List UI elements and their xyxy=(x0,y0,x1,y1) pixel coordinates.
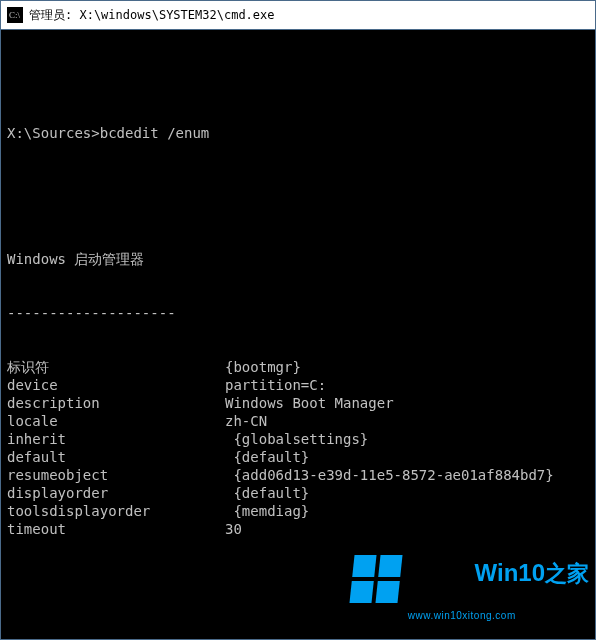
kv-row: resumeobject {add06d13-e39d-11e5-8572-ae… xyxy=(7,466,589,484)
watermark-url: www.win10xitong.com xyxy=(408,611,589,621)
kv-value: partition=C: xyxy=(225,376,326,394)
terminal-output[interactable]: X:\Sources>bcdedit /enum Windows 启动管理器 -… xyxy=(1,30,595,639)
kv-value: 30 xyxy=(225,520,242,538)
watermark-brand-en: Win10 xyxy=(475,559,545,586)
prompt-line: X:\Sources>bcdedit /enum xyxy=(7,124,589,142)
section-divider: -------------------- xyxy=(7,304,589,322)
kv-key: inherit xyxy=(7,430,225,448)
kv-value: {default} xyxy=(225,448,309,466)
cmd-window: C:\ 管理员: X:\windows\SYSTEM32\cmd.exe X:\… xyxy=(0,0,596,640)
kv-row: inherit {globalsettings} xyxy=(7,430,589,448)
section-header: Windows 启动管理器 xyxy=(7,250,589,268)
kv-key: locale xyxy=(7,412,225,430)
kv-key: toolsdisplayorder xyxy=(7,502,225,520)
watermark-brand-zh: 之家 xyxy=(545,561,589,586)
kv-value: {bootmgr} xyxy=(225,358,301,376)
kv-value: {default} xyxy=(225,484,309,502)
svg-text:C:\: C:\ xyxy=(9,10,21,20)
kv-row: toolsdisplayorder {memdiag} xyxy=(7,502,589,520)
kv-row: 标识符{bootmgr} xyxy=(7,358,589,376)
kv-key: device xyxy=(7,376,225,394)
kv-value: {memdiag} xyxy=(225,502,309,520)
cmd-icon: C:\ xyxy=(7,7,23,23)
kv-row: devicepartition=C: xyxy=(7,376,589,394)
kv-key: timeout xyxy=(7,520,225,538)
kv-value: {globalsettings} xyxy=(225,430,368,448)
kv-value: zh-CN xyxy=(225,412,267,430)
kv-row: descriptionWindows Boot Manager xyxy=(7,394,589,412)
kv-row: default {default} xyxy=(7,448,589,466)
title-bar[interactable]: C:\ 管理员: X:\windows\SYSTEM32\cmd.exe xyxy=(1,1,595,30)
kv-key: displayorder xyxy=(7,484,225,502)
window-title: 管理员: X:\windows\SYSTEM32\cmd.exe xyxy=(29,7,275,24)
kv-row: timeout30 xyxy=(7,520,589,538)
kv-key: 标识符 xyxy=(7,358,225,376)
kv-key: description xyxy=(7,394,225,412)
kv-row: localezh-CN xyxy=(7,412,589,430)
kv-value: Windows Boot Manager xyxy=(225,394,394,412)
kv-key: resumeobject xyxy=(7,466,225,484)
kv-key: default xyxy=(7,448,225,466)
kv-row: displayorder {default} xyxy=(7,484,589,502)
kv-value: {add06d13-e39d-11e5-8572-ae01af884bd7} xyxy=(225,466,554,484)
section-body: 标识符{bootmgr}devicepartition=C:descriptio… xyxy=(7,358,589,538)
